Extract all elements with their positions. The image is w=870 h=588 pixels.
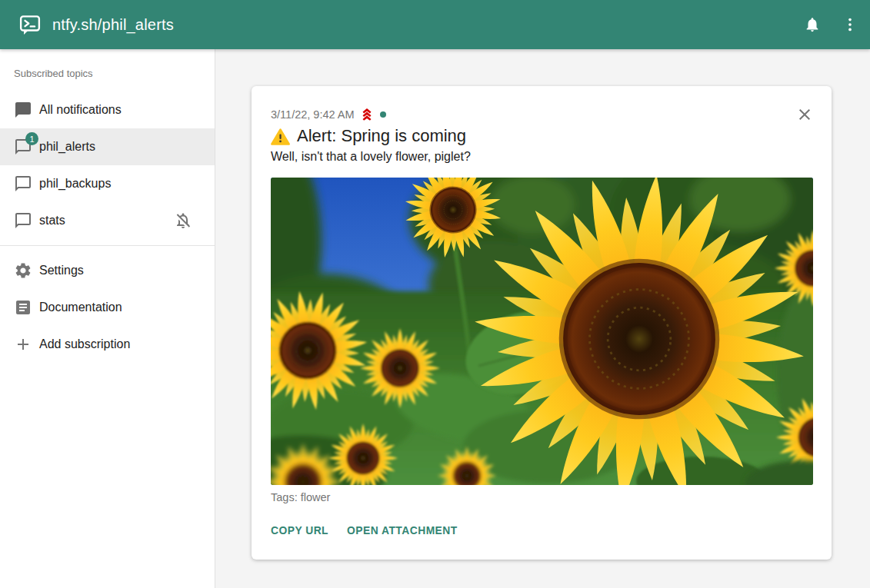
copy-url-button[interactable]: COPY URL [271,523,328,538]
bell-icon [804,16,821,33]
chat-outline-icon [14,211,32,230]
sidebar-item-stats[interactable]: stats [0,202,215,239]
sidebar-item-phil-backups[interactable]: phil_backups [0,165,215,202]
main-content: 3/11/22, 9:42 AM A [215,49,870,588]
subscribed-topics-heading: Subscribed topics [0,49,215,79]
warning-emoji-icon [271,128,290,147]
notification-title: Alert: Spring is coming [271,126,813,146]
sidebar-item-label: Documentation [39,301,122,314]
sidebar-item-phil-alerts[interactable]: 1 phil_alerts [0,128,215,165]
overflow-menu-button[interactable] [835,9,865,40]
open-attachment-button[interactable]: OPEN ATTACHMENT [347,523,458,538]
chat-filled-icon [14,101,32,119]
notification-timestamp: 3/11/22, 9:42 AM [271,108,355,121]
unread-dot [380,111,386,118]
sidebar-item-label: All notifications [39,103,122,117]
gear-icon [14,261,32,280]
sidebar-item-label: Settings [39,264,84,277]
notification-card: 3/11/22, 9:42 AM A [252,86,832,560]
close-icon [795,105,814,124]
plus-icon [14,335,32,354]
app-bar: ntfy.sh/phil_alerts [0,0,870,49]
sidebar-item-label: Add subscription [39,337,130,351]
notification-title-text: Alert: Spring is coming [297,126,466,146]
sidebar: Subscribed topics All notifications 1 ph… [0,49,215,588]
notifications-permission-button[interactable] [797,9,828,40]
bell-off-icon [174,211,192,230]
chat-outline-icon [14,174,32,193]
close-notification-button[interactable] [795,105,815,125]
document-icon [14,298,32,317]
sidebar-item-label: phil_backups [39,177,111,191]
notification-actions: COPY URL OPEN ATTACHMENT [271,523,813,538]
sidebar-item-label: phil_alerts [39,140,95,154]
notification-body: Well, isn't that a lovely flower, piglet… [271,149,813,164]
sidebar-item-settings[interactable]: Settings [0,252,215,289]
attachment-image[interactable] [271,178,813,485]
terminal-bubble-icon [18,12,43,37]
sidebar-item-all-notifications[interactable]: All notifications [0,91,215,128]
chat-outline-icon: 1 [14,138,32,156]
sidebar-item-documentation[interactable]: Documentation [0,289,215,326]
notification-meta-row: 3/11/22, 9:42 AM [271,107,813,122]
sidebar-item-label: stats [39,214,65,228]
sidebar-item-add-subscription[interactable]: Add subscription [0,326,215,363]
notification-tags: Tags: flower [271,491,813,503]
kebab-menu-icon [842,16,858,33]
sidebar-divider [0,245,215,246]
high-priority-icon [359,107,375,122]
page-title: ntfy.sh/phil_alerts [52,16,174,34]
unread-count-badge: 1 [25,132,38,145]
